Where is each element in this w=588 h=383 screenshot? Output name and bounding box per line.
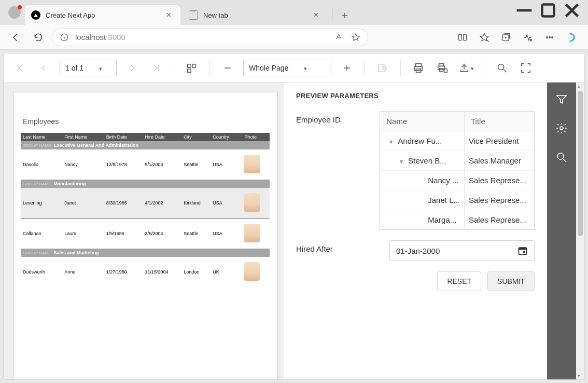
side-rail	[547, 83, 576, 379]
zoom-value: Whole Page	[249, 64, 288, 72]
employee-photo	[244, 155, 260, 173]
tree-col-title[interactable]: Title	[465, 112, 534, 131]
employee-id-label: Employee ID	[296, 111, 369, 230]
svg-rect-32	[438, 66, 445, 69]
tab-title: Create Next App	[46, 11, 158, 19]
report-page: Employees Last Name First Name Birth Dat…	[13, 92, 277, 379]
vertical-scrollbar[interactable]	[576, 83, 584, 379]
health-icon[interactable]	[517, 28, 538, 47]
reset-button[interactable]: RESET	[437, 271, 481, 291]
next-page-button[interactable]	[124, 60, 141, 76]
date-value: 01-Jan-2000	[396, 247, 440, 255]
table-header-row: Last Name First Name Birth Date Hire Dat…	[21, 133, 270, 141]
refresh-button[interactable]	[29, 28, 48, 47]
settings-rail-button[interactable]	[551, 118, 572, 139]
back-button[interactable]	[6, 28, 25, 47]
browser-titlebar: Create Next App × New tab × +	[0, 0, 588, 25]
svg-point-35	[498, 64, 504, 70]
url-input[interactable]: localhost:3000	[52, 29, 368, 46]
employee-photo	[244, 224, 260, 242]
first-page-button[interactable]	[12, 60, 29, 76]
tab-title: New tab	[203, 11, 305, 19]
filter-rail-button[interactable]	[551, 89, 572, 110]
more-icon[interactable]	[539, 28, 560, 47]
newtab-favicon-icon	[189, 10, 198, 20]
minimize-button[interactable]	[512, 2, 536, 19]
svg-line-43	[563, 159, 566, 162]
tree-col-name[interactable]: Name	[380, 112, 465, 131]
report-preview-pane[interactable]: Employees Last Name First Name Birth Dat…	[4, 83, 284, 379]
svg-point-15	[529, 38, 532, 41]
submit-button[interactable]: SUBMIT	[487, 271, 535, 291]
table-row: CallahanLaura1/9/19853/5/2004SeattleUSA	[21, 218, 270, 249]
fullscreen-button[interactable]	[517, 60, 534, 76]
tree-row[interactable]: Marga...Sales Represe...	[380, 210, 534, 229]
svg-rect-39	[523, 251, 525, 253]
search-button[interactable]	[494, 60, 510, 76]
hired-after-input[interactable]: 01-Jan-2000	[389, 240, 535, 261]
page-selector[interactable]: 1 of 1	[60, 60, 117, 76]
svg-rect-23	[188, 69, 191, 72]
svg-point-42	[557, 153, 564, 159]
employees-table: Last Name First Name Birth Date Hire Dat…	[21, 133, 270, 287]
tree-row[interactable]: Janet L...Sales Represe...	[380, 190, 534, 210]
group-row: GROUP NAME Executive General And Adminis…	[21, 141, 270, 149]
svg-rect-38	[519, 248, 527, 250]
url-path: :3000	[106, 33, 125, 42]
split-screen-icon[interactable]	[452, 28, 473, 47]
app-favicon-icon	[31, 10, 40, 20]
export-button[interactable]	[458, 60, 474, 76]
parameters-title: PREVIEW PARAMETERS	[296, 92, 535, 100]
close-window-button[interactable]	[560, 2, 584, 19]
close-tab-icon[interactable]: ×	[311, 9, 321, 21]
table-row: LeverlingJanet8/30/19854/1/2002KirklandU…	[21, 188, 270, 218]
report-viewer: 1 of 1 Whole Page Employees	[3, 53, 585, 380]
maximize-button[interactable]	[536, 2, 560, 19]
viewer-toolbar: 1 of 1 Whole Page	[4, 53, 584, 83]
close-tab-icon[interactable]: ×	[163, 9, 174, 21]
svg-rect-27	[379, 64, 385, 72]
expand-icon[interactable]: ▼	[398, 159, 405, 165]
tree-row[interactable]: ▼Steven B...Sales Manager	[380, 151, 534, 171]
favorites-icon[interactable]	[474, 28, 495, 47]
caret-down-icon	[99, 64, 102, 72]
svg-point-41	[560, 127, 563, 130]
tree-row[interactable]: ▼Andrew Fu...Vice President	[380, 131, 534, 151]
last-page-button[interactable]	[148, 60, 164, 76]
group-row: GROUP NAME Sales and Marketing	[21, 249, 270, 257]
site-info-icon[interactable]	[60, 33, 69, 42]
multipage-button[interactable]	[184, 60, 200, 76]
tree-row[interactable]: Nancy ...Sales Represe...	[380, 171, 534, 190]
collections-icon[interactable]	[496, 28, 516, 47]
new-tab-button[interactable]: +	[337, 10, 353, 25]
svg-marker-7	[352, 34, 359, 40]
favorite-star-icon[interactable]	[351, 33, 360, 42]
profile-avatar[interactable]	[8, 6, 21, 19]
zoom-out-button[interactable]	[219, 60, 236, 76]
zoom-in-button[interactable]	[339, 60, 355, 76]
print-button[interactable]	[410, 60, 427, 76]
caret-down-icon	[304, 64, 307, 72]
print-page-button[interactable]	[434, 60, 451, 76]
employee-photo	[244, 262, 260, 281]
table-row: DavolioNancy12/8/19785/1/2005SeattleUSA	[21, 149, 270, 180]
highlight-edit-button[interactable]	[374, 60, 391, 76]
table-row: DodsworthAnne1/27/198011/15/2004LondonUK	[21, 257, 270, 287]
expand-icon[interactable]: ▼	[387, 139, 395, 145]
browser-tab-inactive[interactable]: New tab ×	[183, 5, 328, 25]
zoom-selector[interactable]: Whole Page	[243, 60, 331, 76]
parameters-pane: PREVIEW PARAMETERS Employee ID Name Titl…	[284, 83, 547, 379]
svg-rect-28	[416, 63, 422, 66]
search-rail-button[interactable]	[551, 147, 572, 168]
svg-rect-21	[188, 64, 191, 67]
read-aloud-icon[interactable]	[334, 33, 344, 42]
svg-rect-9	[464, 34, 467, 40]
report-title: Employees	[23, 117, 270, 126]
svg-point-16	[547, 36, 548, 38]
scrollbar-thumb[interactable]	[578, 91, 583, 236]
prev-page-button[interactable]	[36, 60, 52, 76]
page-info: 1 of 1	[65, 64, 83, 72]
copilot-icon[interactable]	[561, 28, 582, 47]
browser-tab-active[interactable]: Create Next App ×	[25, 5, 180, 25]
calendar-icon[interactable]	[517, 245, 528, 256]
